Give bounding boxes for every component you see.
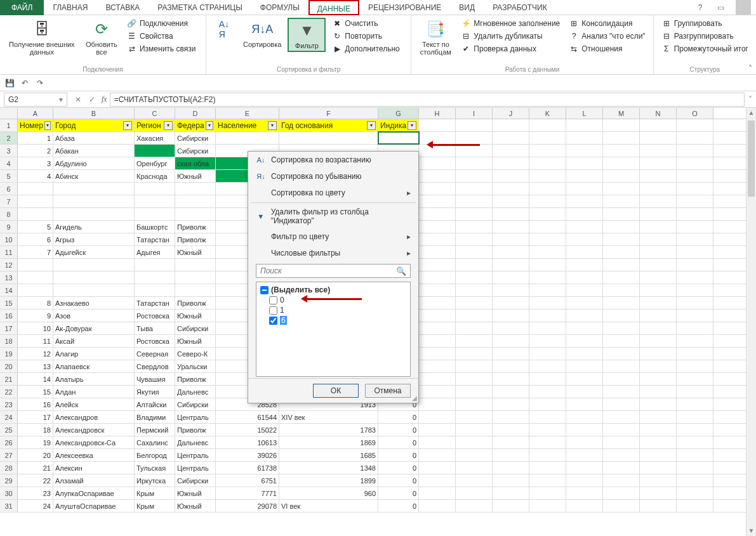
cell[interactable]: Централь <box>175 411 216 423</box>
name-box[interactable]: G2 ▾ <box>4 93 67 107</box>
cell[interactable] <box>640 424 677 436</box>
cell[interactable]: Южный <box>175 500 216 512</box>
cell[interactable] <box>677 449 713 461</box>
cell[interactable]: Владими <box>135 411 175 423</box>
cell[interactable] <box>456 360 493 372</box>
vertical-scrollbar[interactable]: ▲ ▼ <box>746 108 756 536</box>
cell[interactable]: Южный <box>175 170 216 182</box>
cell[interactable]: 4 <box>18 170 53 182</box>
cell[interactable] <box>677 487 713 499</box>
cell[interactable]: Абдулино <box>53 157 135 169</box>
cell[interactable] <box>529 487 566 499</box>
cell[interactable] <box>566 411 603 423</box>
cell[interactable]: 1783 <box>279 424 378 436</box>
cell[interactable]: Сибирски <box>175 145 216 157</box>
row-head[interactable]: 8 <box>0 208 18 220</box>
cell[interactable]: 1348 <box>279 462 378 474</box>
properties-button[interactable]: ☰Свойства <box>124 30 201 42</box>
cell[interactable] <box>216 132 279 144</box>
cell[interactable]: Аксай <box>53 335 135 347</box>
cell[interactable] <box>603 132 640 144</box>
cell[interactable] <box>529 259 566 271</box>
cell[interactable] <box>135 195 175 207</box>
cell[interactable] <box>456 284 493 296</box>
cell[interactable]: 17 <box>18 411 53 423</box>
tab-insert[interactable]: ВСТАВКА <box>96 0 149 15</box>
cell[interactable] <box>493 284 529 296</box>
row-head[interactable]: 19 <box>0 348 18 360</box>
cell[interactable] <box>529 233 566 245</box>
cell[interactable] <box>456 449 493 461</box>
data-validation-button[interactable]: ✔Проверка данных <box>458 43 562 55</box>
cell[interactable] <box>456 157 493 169</box>
col-head-B[interactable]: B <box>53 108 135 119</box>
header-cell[interactable]: Федера▾ <box>175 119 216 131</box>
cell[interactable] <box>529 246 566 258</box>
cell[interactable] <box>419 348 456 360</box>
cell[interactable] <box>456 233 493 245</box>
cell[interactable] <box>566 297 603 309</box>
cell[interactable] <box>566 373 603 385</box>
col-head-E[interactable]: E <box>216 108 279 119</box>
resize-grip-icon[interactable]: ◢ <box>412 395 417 402</box>
cell[interactable] <box>53 271 135 284</box>
cell[interactable] <box>603 157 640 169</box>
cell[interactable] <box>419 500 456 512</box>
cell[interactable] <box>529 500 566 512</box>
cell[interactable] <box>677 157 713 169</box>
cell[interactable] <box>677 500 713 512</box>
cell[interactable]: 16 <box>18 398 53 410</box>
sort-asc-item[interactable]: A↓Сортировка по возрастанию <box>248 152 418 168</box>
cell[interactable]: Южный <box>175 487 216 499</box>
cell[interactable] <box>493 386 529 398</box>
cell[interactable] <box>677 436 713 448</box>
row-head[interactable]: 25 <box>0 424 18 436</box>
cell[interactable] <box>566 398 603 410</box>
cell[interactable] <box>603 145 640 157</box>
cell[interactable] <box>529 208 566 220</box>
cell[interactable] <box>566 474 603 487</box>
cell[interactable] <box>493 411 529 423</box>
cell[interactable]: Алагир <box>53 348 135 360</box>
row-head[interactable]: 16 <box>0 310 18 322</box>
cell[interactable] <box>419 170 456 182</box>
cell[interactable] <box>603 449 640 461</box>
what-if-button[interactable]: ?Анализ "что если" <box>566 30 647 42</box>
cell[interactable] <box>640 119 677 131</box>
col-head-D[interactable]: D <box>175 108 216 119</box>
cell[interactable]: 14 <box>18 373 53 385</box>
cell[interactable]: 8 <box>18 297 53 309</box>
cell[interactable] <box>603 246 640 258</box>
cell[interactable] <box>640 462 677 474</box>
cell[interactable] <box>493 322 529 334</box>
cell[interactable]: Азнакаево <box>53 297 135 309</box>
fx-icon[interactable]: fx <box>102 95 107 104</box>
cell[interactable]: Приволж <box>175 297 216 309</box>
cell[interactable] <box>419 183 456 195</box>
cell[interactable]: 1869 <box>279 436 378 448</box>
filter-dropdown-icon[interactable]: ▾ <box>268 121 277 130</box>
cell[interactable] <box>677 360 713 372</box>
cell[interactable] <box>456 259 493 271</box>
cell[interactable] <box>419 157 456 169</box>
cell[interactable] <box>566 500 603 512</box>
cell[interactable] <box>529 449 566 461</box>
chevron-down-icon[interactable]: ▾ <box>59 95 63 104</box>
cell[interactable] <box>640 474 677 487</box>
cell[interactable]: ская обла <box>175 157 216 169</box>
cell[interactable] <box>603 183 640 195</box>
cell[interactable] <box>603 310 640 322</box>
cell[interactable] <box>378 132 419 144</box>
cell[interactable]: Ак-Довурак <box>53 322 135 334</box>
tab-review[interactable]: РЕЦЕНЗИРОВАНИЕ <box>359 0 450 15</box>
cell[interactable] <box>566 170 603 182</box>
cell[interactable] <box>529 386 566 398</box>
cell[interactable] <box>529 119 566 131</box>
cell[interactable]: Централь <box>175 462 216 474</box>
cell[interactable] <box>603 487 640 499</box>
cell[interactable] <box>603 373 640 385</box>
cell[interactable]: 7 <box>18 246 53 258</box>
row-head[interactable]: 24 <box>0 411 18 423</box>
cell[interactable] <box>677 132 713 144</box>
cell[interactable]: Абакан <box>53 145 135 157</box>
